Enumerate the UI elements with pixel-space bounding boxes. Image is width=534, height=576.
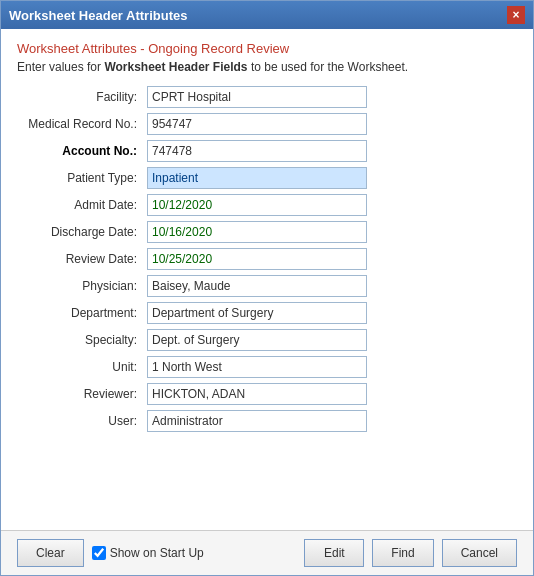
field-input[interactable] (147, 410, 367, 432)
field-label: Reviewer: (17, 387, 147, 401)
field-label: Specialty: (17, 333, 147, 347)
form-row: User: (17, 410, 517, 432)
field-label: Admit Date: (17, 198, 147, 212)
show-on-startup-label[interactable]: Show on Start Up (92, 546, 204, 560)
field-input[interactable] (147, 113, 367, 135)
form-row: Facility: (17, 86, 517, 108)
field-input[interactable] (147, 248, 367, 270)
field-input[interactable] (147, 275, 367, 297)
cancel-button[interactable]: Cancel (442, 539, 517, 567)
form-row: Admit Date: (17, 194, 517, 216)
field-label: Facility: (17, 90, 147, 104)
edit-button[interactable]: Edit (304, 539, 364, 567)
form-row: Physician: (17, 275, 517, 297)
form-row: Unit: (17, 356, 517, 378)
field-label: Department: (17, 306, 147, 320)
footer: Clear Show on Start Up Edit Find Cancel (1, 530, 533, 575)
form-row: Reviewer: (17, 383, 517, 405)
field-label: Patient Type: (17, 171, 147, 185)
close-button[interactable]: × (507, 6, 525, 24)
field-input[interactable] (147, 302, 367, 324)
field-label: Unit: (17, 360, 147, 374)
field-input[interactable] (147, 140, 367, 162)
form-row: Account No.: (17, 140, 517, 162)
dialog-content: Worksheet Attributes - Ongoing Record Re… (1, 29, 533, 530)
field-label: Physician: (17, 279, 147, 293)
field-input[interactable] (147, 383, 367, 405)
field-input[interactable] (147, 86, 367, 108)
form-row: Review Date: (17, 248, 517, 270)
field-label: Review Date: (17, 252, 147, 266)
field-input[interactable] (147, 221, 367, 243)
form-row: Patient Type: (17, 167, 517, 189)
description: Enter values for Worksheet Header Fields… (17, 60, 517, 74)
field-input[interactable] (147, 329, 367, 351)
worksheet-header-dialog: Worksheet Header Attributes × Worksheet … (0, 0, 534, 576)
form-area: Facility:Medical Record No.:Account No.:… (17, 86, 517, 522)
show-on-startup-checkbox[interactable] (92, 546, 106, 560)
title-bar: Worksheet Header Attributes × (1, 1, 533, 29)
field-label: Medical Record No.: (17, 117, 147, 131)
window-title: Worksheet Header Attributes (9, 8, 187, 23)
form-row: Specialty: (17, 329, 517, 351)
field-input[interactable] (147, 356, 367, 378)
form-row: Discharge Date: (17, 221, 517, 243)
form-row: Department: (17, 302, 517, 324)
field-label: Account No.: (17, 144, 147, 158)
find-button[interactable]: Find (372, 539, 433, 567)
subtitle: Worksheet Attributes - Ongoing Record Re… (17, 41, 517, 56)
field-label: User: (17, 414, 147, 428)
field-input[interactable] (147, 167, 367, 189)
field-label: Discharge Date: (17, 225, 147, 239)
field-input[interactable] (147, 194, 367, 216)
clear-button[interactable]: Clear (17, 539, 84, 567)
form-row: Medical Record No.: (17, 113, 517, 135)
